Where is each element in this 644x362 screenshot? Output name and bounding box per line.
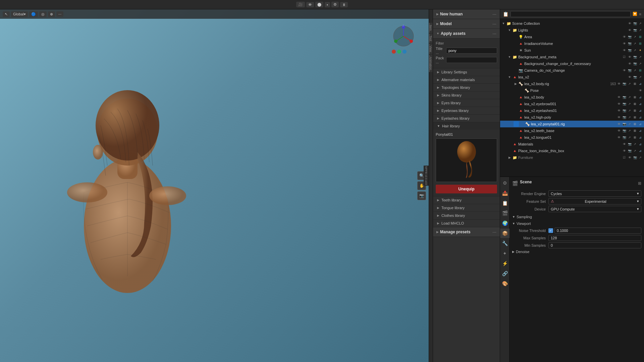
new-human-options[interactable]: ··· [492,11,496,17]
max-samples-value[interactable]: 128 [548,235,641,241]
teeth-sel[interactable]: ↗ [627,128,632,133]
topologies-library-item[interactable]: ▶ Topologies library [433,84,500,92]
eyebrow-vis[interactable]: 👁 [616,102,621,106]
ponytail-rig-item[interactable]: 🦴 lea_v2.ponytail01.rig 👁 📷 ↗ ⊞ ⊿ [500,121,644,127]
manage-presets-header[interactable]: ▶ Manage presets ··· [433,227,500,237]
eye-btn[interactable]: 👁 [306,2,314,7]
render-engine-dropdown[interactable]: Cycles ▾ [548,190,641,197]
body-rig-vis[interactable]: 👁 [616,81,621,86]
eyebrow-sel[interactable]: ↗ [627,102,632,106]
load-mhclo-item[interactable]: ▶ Load MHCLO [433,220,500,227]
furniture-sel[interactable]: ↗ [638,155,643,160]
tab-item[interactable]: Item [429,23,433,33]
lights-expand[interactable]: ▼ [507,28,512,32]
toon-box-sel[interactable]: ↗ [633,148,637,153]
scene-props-icon[interactable]: 🎬 [500,208,509,218]
gear-btn[interactable]: ⚙ [331,2,339,7]
tab-animation[interactable]: Animation [429,55,433,72]
teeth-vis[interactable]: 👁 [616,128,621,133]
sun-select[interactable]: ↗ [633,48,637,53]
eyebrow-item[interactable]: 🔺 lea_v2.eyebrow001 👁 📷 ↗ ⊞ ⊿ [500,101,644,107]
world-props-icon[interactable]: 🌍 [500,219,509,228]
eyebrows-library-item[interactable]: ▶ Eyebrows library [433,107,500,115]
materials-render[interactable]: 📷 [627,142,632,146]
furniture-render[interactable]: 📷 [633,155,637,160]
lea-body-render[interactable]: 📷 [622,95,627,100]
tab-tool[interactable]: Tool [429,34,433,43]
bg-select[interactable]: ↗ [638,55,643,59]
teeth-library-item[interactable]: ▶ Teeth library [433,196,500,204]
toon-box-item[interactable]: 🔺 Place_toon_inside_this_box 👁 📷 ↗ ⊿ [500,147,644,154]
lea-v2-sel[interactable]: ↗ [638,75,643,79]
bg-visibility2[interactable]: 👁 [627,55,632,59]
furniture-vis[interactable]: ☑ [622,155,627,160]
model-header[interactable]: ▶ Model ··· [433,19,500,29]
materials-vis[interactable]: 👁 [622,142,627,146]
body-rig-sel[interactable]: ↗ [627,81,632,86]
eyebrow-render[interactable]: 📷 [622,102,627,106]
clothes-library-item[interactable]: ▶ Clothes library [433,212,500,220]
unequip-button[interactable]: Unequip [436,185,497,193]
ponytail-vis[interactable]: 👁 [616,122,621,126]
area-render[interactable]: 📷 [627,35,632,39]
new-human-header[interactable]: ▶ New human ··· [433,9,500,19]
high-poly-item[interactable]: 🔺 lea_v2.high-poly 👁 📷 ↗ ⊞ ⊿ [500,114,644,121]
materials-sel[interactable]: ↗ [633,142,637,146]
min-samples-value[interactable]: 0 [548,242,641,248]
bg-color-vis[interactable]: 👁 [627,61,632,66]
tongue-library-item[interactable]: ▶ Tongue library [433,204,500,212]
filter-icon[interactable]: 🔽 [633,12,637,16]
furniture-item[interactable]: ▶ 📁 Furniture ☑ 👁 📷 ↗ [500,154,644,161]
particles-props-icon[interactable]: ✦ [500,249,509,258]
ponytail-render[interactable]: 📷 [622,122,627,126]
irradiance-select[interactable]: ↗ [633,41,637,46]
alternative-materials-item[interactable]: ▶ Alternative materials [433,76,500,84]
library-settings-item[interactable]: ▶ Library Settings [433,68,500,76]
material-props-icon[interactable]: 🎨 [500,279,509,288]
title-filter-input[interactable] [446,48,497,54]
lights-collection-item[interactable]: ▼ 📁 Lights 👁 📷 ↗ [500,27,644,34]
camera-vis[interactable]: 👁 [622,68,627,73]
eyelashes-library-item[interactable]: ▶ Eyelashes library [433,115,500,122]
bg-color-item[interactable]: 🔺 Background_change_color_if_necessary 👁… [500,60,644,67]
gizmo-widget[interactable]: Z [392,24,415,48]
eyelashes-render[interactable]: 📷 [622,108,627,113]
background-meta-item[interactable]: ▼ 📁 Background_and_meta ☑ 👁 📷 ↗ [500,54,644,60]
view-layer-icon[interactable]: 📋 [500,198,509,208]
high-poly-sel[interactable]: ↗ [627,115,632,120]
irradiance-item[interactable]: 🔺 IrradianceVolume 👁 📷 ↗ ⊞ [500,40,644,47]
tongue-render[interactable]: 📷 [622,135,627,140]
model-options[interactable]: ··· [492,21,496,26]
tongue-item[interactable]: 🔺 lea_v2.tongue01 👁 📷 ↗ ⊞ ⊿ [500,134,644,141]
select-mode-btn[interactable]: ↖ [3,11,10,17]
lights-render[interactable]: 📷 [633,28,637,33]
irradiance-render[interactable]: 📷 [627,41,632,46]
apply-assets-header[interactable]: ▼ Apply assets ··· [433,29,500,39]
constraints-props-icon[interactable]: 🔗 [500,269,509,278]
pose-vis[interactable]: 👁 [638,88,643,93]
pack-filter-input[interactable] [446,57,497,63]
area-visibility[interactable]: 👁 [622,35,627,39]
ponytail-sel[interactable]: ↗ [627,122,632,126]
feature-set-dropdown[interactable]: ⚠ Experimental ▾ [548,198,641,204]
tongue-vis[interactable]: 👁 [616,135,621,140]
area-select[interactable]: ↗ [633,35,637,39]
outliner-search-input[interactable] [511,11,631,17]
device-dropdown[interactable]: GPU Compute ▾ [548,206,641,212]
camera-sel[interactable]: ↗ [633,68,637,73]
hair-library-header[interactable]: ▼ Hair library [433,122,500,130]
object-props-icon[interactable]: 📦 [500,229,509,238]
toon-box-vis[interactable]: 👁 [622,148,627,153]
tab-view[interactable]: View [429,44,433,54]
viewport[interactable]: ↖ Global▾ 🔵 ◎ ⊕ ··· [0,9,429,362]
lights-select[interactable]: ↗ [638,28,643,33]
camera-item[interactable]: 📷 Camera_do_not_change 👁 📷 ↗ ⊞ [500,67,644,74]
pose-item[interactable]: 🦴 Pose 👁 [500,87,644,94]
scene-collection-expand[interactable]: ▼ [501,21,505,25]
physics-props-icon[interactable]: ⚡ [500,259,509,268]
visibility-icon[interactable]: 👁 [627,21,632,26]
outliner-options[interactable]: ≡ [639,12,641,16]
bg-color-render[interactable]: 📷 [633,61,637,66]
lea-v2-item[interactable]: ▼ 🔺 lea_v2 👁 📷 ↗ [500,74,644,80]
irradiance-visibility[interactable]: 👁 [622,41,627,46]
